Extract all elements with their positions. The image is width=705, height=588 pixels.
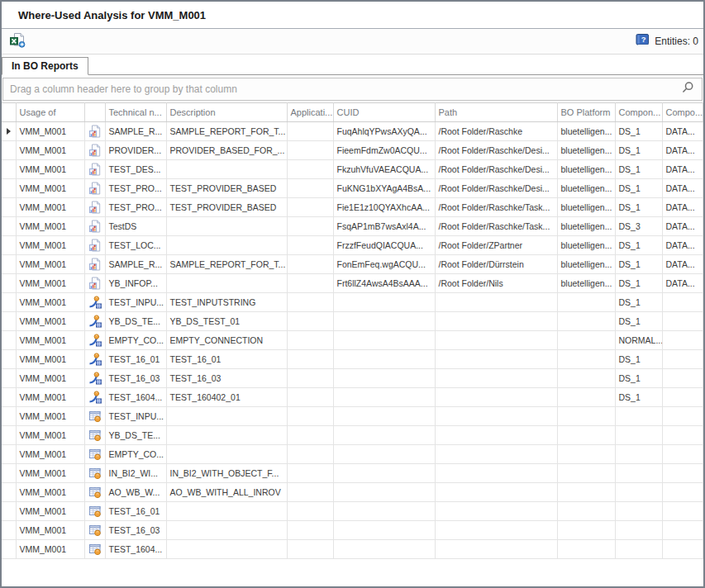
table-row[interactable]: VMM_M001TEST_LOC...FrzzfFeudQIACQUA.../R…	[2, 236, 703, 255]
cell-path: /Root Folder/Raschke	[435, 122, 557, 141]
connection-icon	[88, 372, 102, 385]
row-selector-cell[interactable]	[2, 217, 16, 236]
table-row[interactable]: VMM_M001YB_INFOP...Frt6llZ4AwsA4BsAAA...…	[2, 274, 703, 293]
help-icon[interactable]: ?	[636, 33, 650, 50]
row-selector-cell[interactable]	[2, 426, 16, 445]
row-selector-cell[interactable]	[2, 331, 16, 350]
column-header-platform[interactable]: BO Platform	[557, 103, 615, 122]
row-type-icon-cell	[84, 502, 105, 521]
column-header-application[interactable]: Applicati...	[287, 103, 333, 122]
cell-path	[435, 483, 557, 502]
table-row[interactable]: VMM_M001SAMPLE_R...SAMPLE_REPORT_FOR_T..…	[2, 255, 703, 274]
row-type-icon-cell	[84, 122, 105, 141]
cell-path: /Root Folder/Raschke/Desi...	[435, 179, 557, 198]
cell-component: DS_1	[615, 350, 662, 369]
row-selector-cell[interactable]	[2, 502, 16, 521]
cell-cuid	[333, 483, 435, 502]
cell-description	[166, 540, 287, 559]
cell-component: DS_1	[615, 293, 662, 312]
row-selector-cell[interactable]	[2, 407, 16, 426]
cell-path	[435, 445, 557, 464]
row-selector-cell[interactable]	[2, 179, 16, 198]
table-row[interactable]: VMM_M001TEST_1604...TEST_160402_01DS_1	[2, 388, 703, 407]
column-header-cuid[interactable]: CUID	[333, 103, 435, 122]
row-selector-cell[interactable]	[2, 483, 16, 502]
row-selector-cell[interactable]	[2, 540, 16, 559]
row-selector-cell[interactable]	[2, 521, 16, 540]
column-header-component[interactable]: Compon...	[615, 103, 662, 122]
cell-cuid	[333, 521, 435, 540]
row-selector-cell[interactable]	[2, 369, 16, 388]
column-header-component2[interactable]: Compo...	[662, 103, 703, 122]
row-type-icon-cell	[84, 540, 105, 559]
cell-technical: TEST_INPU...	[105, 407, 166, 426]
table-row[interactable]: VMM_M001SAMPLE_R...SAMPLE_REPORT_FOR_T..…	[2, 122, 703, 141]
cell-path: /Root Folder/Raschke/Desi...	[435, 141, 557, 160]
row-type-icon-cell	[84, 141, 105, 160]
table-row[interactable]: VMM_M001TEST_PRO...TEST_PROVIDER_BASEDFi…	[2, 198, 703, 217]
row-selector-cell[interactable]	[2, 122, 16, 141]
row-type-icon-cell	[84, 160, 105, 179]
datasource-icon	[88, 505, 102, 518]
table-row[interactable]: VMM_M001IN_BI2_WI...IN_BI2_WITH_OBJECT_F…	[2, 464, 703, 483]
cell-application	[287, 369, 333, 388]
cell-component2	[662, 369, 703, 388]
cell-component	[615, 540, 662, 559]
cell-platform	[557, 293, 615, 312]
group-by-bar[interactable]: Drag a column header here to group by th…	[2, 78, 703, 101]
row-selector-cell[interactable]	[2, 388, 16, 407]
column-header-path[interactable]: Path	[435, 103, 557, 122]
row-selector-cell[interactable]	[2, 312, 16, 331]
table-row[interactable]: VMM_M001TEST_PRO...TEST_PROVIDER_BASEDFu…	[2, 179, 703, 198]
row-selector-cell[interactable]	[2, 160, 16, 179]
cell-usage: VMM_M001	[16, 236, 84, 255]
row-selector-cell[interactable]	[2, 445, 16, 464]
cell-usage: VMM_M001	[16, 426, 84, 445]
table-row[interactable]: VMM_M001TEST_INPU...	[2, 407, 703, 426]
cell-application	[287, 122, 333, 141]
search-icon[interactable]	[681, 81, 694, 97]
cell-technical: TEST_16_01	[105, 350, 166, 369]
table-row[interactable]: VMM_M001TEST_DES...FkzuhVfuVAEACQUA.../R…	[2, 160, 703, 179]
column-header-description[interactable]: Description	[166, 103, 287, 122]
export-to-excel-button[interactable]	[7, 31, 27, 51]
cell-component: DS_1	[615, 179, 662, 198]
datasource-icon	[88, 486, 102, 499]
table-row[interactable]: VMM_M001EMPTY_CO...	[2, 445, 703, 464]
row-selector-cell[interactable]	[2, 255, 16, 274]
table-row[interactable]: VMM_M001TEST_16_03	[2, 521, 703, 540]
table-row[interactable]: VMM_M001YB_DS_TE...YB_DS_TEST_01DS_1	[2, 312, 703, 331]
column-header-technical[interactable]: Technical n...	[105, 103, 166, 122]
cell-usage: VMM_M001	[16, 179, 84, 198]
row-selector-cell[interactable]	[2, 198, 16, 217]
table-row[interactable]: VMM_M001TEST_16_01TEST_16_01DS_1	[2, 350, 703, 369]
cell-component	[615, 445, 662, 464]
cell-application	[287, 160, 333, 179]
table-row[interactable]: VMM_M001EMPTY_CO...EMPTY_CONNECTIONNORMA…	[2, 331, 703, 350]
table-row[interactable]: VMM_M001AO_WB_W...AO_WB_WITH_ALL_INROV	[2, 483, 703, 502]
table-row[interactable]: VMM_M001TestDSFsqAP1mB7wsAxl4A.../Root F…	[2, 217, 703, 236]
row-selector-cell[interactable]	[2, 274, 16, 293]
cell-platform: bluetelligen...	[557, 179, 615, 198]
table-row[interactable]: VMM_M001YB_DS_TE...	[2, 426, 703, 445]
table-row[interactable]: VMM_M001TEST_16_03TEST_16_03DS_1	[2, 369, 703, 388]
cell-path	[435, 369, 557, 388]
cell-usage: VMM_M001	[16, 483, 84, 502]
table-row[interactable]: VMM_M001TEST_INPU...TEST_INPUTSTRINGDS_1	[2, 293, 703, 312]
cell-description: SAMPLE_REPORT_FOR_T...	[166, 255, 287, 274]
table-row[interactable]: VMM_M001PROVIDER...PROVIDER_BASED_FOR_..…	[2, 141, 703, 160]
row-type-icon-cell	[84, 274, 105, 293]
row-selector-cell[interactable]	[2, 464, 16, 483]
column-header-usage[interactable]: Usage of	[16, 103, 84, 122]
toolbar: ? Entities: 0	[2, 29, 703, 55]
cell-path	[435, 464, 557, 483]
table-row[interactable]: VMM_M001TEST_1604...	[2, 540, 703, 559]
row-selector-cell[interactable]	[2, 236, 16, 255]
row-selector-cell[interactable]	[2, 141, 16, 160]
cell-component: DS_1	[615, 160, 662, 179]
row-selector-cell[interactable]	[2, 293, 16, 312]
table-row[interactable]: VMM_M001TEST_16_01	[2, 502, 703, 521]
cell-description: SAMPLE_REPORT_FOR_T...	[166, 122, 287, 141]
row-selector-cell[interactable]	[2, 350, 16, 369]
tab-in-bo-reports[interactable]: In BO Reports	[2, 57, 88, 75]
